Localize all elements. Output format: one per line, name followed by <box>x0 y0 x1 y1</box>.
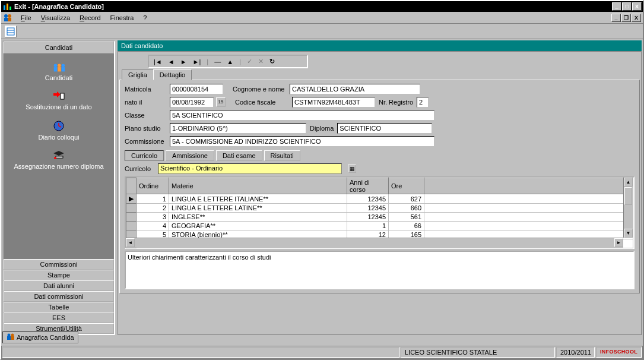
col-ore[interactable]: Ore <box>389 178 424 194</box>
first-record-icon[interactable]: |◄ <box>154 58 162 65</box>
taskbar-icon <box>7 333 15 342</box>
menu-bar: File Visualizza Record Finestra ? _ ❐ X <box>1 12 643 24</box>
svg-rect-0 <box>4 5 5 10</box>
mdi-icon[interactable] <box>3 13 12 23</box>
sidebar-item-label: Assegnazione numero diploma <box>4 163 114 170</box>
vertical-scrollbar[interactable]: ▲ ▼ <box>623 178 633 238</box>
mdi-close-button[interactable]: X <box>632 14 641 22</box>
lookup-icon[interactable]: ▦ <box>348 165 356 173</box>
scroll-down-icon[interactable]: ▼ <box>624 229 633 238</box>
horizontal-scrollbar[interactable]: ◄ ► <box>126 238 623 248</box>
mdi-restore-button[interactable]: ❐ <box>621 14 631 22</box>
col-ordine[interactable]: Ordine <box>137 178 169 194</box>
tab-dettaglio[interactable]: Dettaglio <box>153 70 192 80</box>
diploma-input[interactable] <box>337 123 432 134</box>
maximize-button[interactable]: □ <box>622 2 632 11</box>
nato-label: nato il <box>125 99 166 106</box>
table-row[interactable]: 3INGLESE**12345561 <box>126 213 633 222</box>
replace-icon <box>4 91 114 102</box>
title-bar: Exit - [Anagrafica Candidato] _ □ X <box>1 1 643 12</box>
sidebar-item-diario[interactable]: Diario colloqui <box>4 120 114 141</box>
form-view-icon[interactable] <box>5 26 17 37</box>
scroll-left-icon[interactable]: ◄ <box>126 238 135 247</box>
scroll-right-icon[interactable]: ► <box>614 238 623 247</box>
svg-point-23 <box>11 334 14 337</box>
sidebar-item-assegnazione[interactable]: Assegnazione numero diploma <box>4 150 114 170</box>
piano-input[interactable] <box>170 123 306 134</box>
panel-title: Dati candidato <box>118 40 642 51</box>
svg-rect-24 <box>7 336 11 340</box>
menu-help[interactable]: ? <box>138 13 151 23</box>
curricolo-label: Curricolo <box>125 165 154 172</box>
sidebar-item-label: Candidati <box>4 74 114 81</box>
commissione-label: Commissione <box>125 138 166 145</box>
accept-icon[interactable]: ✓ <box>247 58 252 65</box>
prev-record-icon[interactable]: ◄ <box>168 58 175 65</box>
table-row[interactable]: ▶1LINGUA E LETTERE ITALIANE**12345627 <box>126 194 633 204</box>
subtab-ammissione[interactable]: Ammissione <box>166 150 214 161</box>
sidebar-btn-ees[interactable]: EES <box>4 312 114 323</box>
sidebar-btn-tabelle[interactable]: Tabelle <box>4 302 114 312</box>
svg-rect-15 <box>62 67 65 71</box>
status-year: 2010/2011 <box>556 347 595 358</box>
sidebar-btn-stampe[interactable]: Stampe <box>4 270 114 280</box>
menu-record[interactable]: Record <box>75 13 105 23</box>
tab-griglia[interactable]: Griglia <box>122 70 154 80</box>
classe-input[interactable] <box>170 110 434 121</box>
sidebar-item-sostituzione[interactable]: Sostituzione di un dato <box>4 91 114 110</box>
sidebar-item-label: Diario colloqui <box>4 134 114 141</box>
subtab-risultati[interactable]: Risultati <box>264 150 300 161</box>
sidebar-item-label: Sostituzione di un dato <box>4 103 114 110</box>
cf-input[interactable] <box>292 97 375 108</box>
sidebar-item-candidati[interactable]: Candidati <box>4 63 114 81</box>
cognome-input[interactable] <box>290 84 420 94</box>
svg-point-22 <box>8 334 11 337</box>
sidebar-btn-commissioni[interactable]: Commissioni <box>4 259 114 270</box>
piano-label: Piano studio <box>125 125 166 132</box>
svg-rect-13 <box>58 67 61 71</box>
status-bar: LICEO SCIENTIFICO STATALE 2010/2011 INFO… <box>1 346 643 359</box>
svg-rect-11 <box>54 67 58 71</box>
table-row[interactable]: 2LINGUA E LETTERE LATINE**12345660 <box>126 204 633 213</box>
svg-rect-6 <box>8 18 11 21</box>
nrreg-label: Nr. Registro <box>379 99 413 106</box>
next-record-icon[interactable]: ► <box>180 58 187 65</box>
subtab-dati-esame[interactable]: Dati esame <box>216 150 262 161</box>
refresh-icon[interactable]: ↻ <box>269 58 275 65</box>
menu-visualizza[interactable]: Visualizza <box>36 13 75 23</box>
curricolo-value[interactable]: Scientifico - Ordinario <box>158 163 342 174</box>
cancel-icon[interactable]: ✕ <box>258 58 264 65</box>
col-anni[interactable]: Anni di corso <box>347 178 389 194</box>
last-record-icon[interactable]: ►| <box>193 58 201 65</box>
subtab-curricolo[interactable]: Curricolo <box>125 150 164 161</box>
date-picker-icon[interactable]: 15 <box>216 97 226 107</box>
nato-input[interactable] <box>170 97 214 108</box>
nrreg-input[interactable] <box>417 97 429 108</box>
sidebar-btn-dati-commissioni[interactable]: Dati commissioni <box>4 291 114 302</box>
insert-record-icon[interactable]: ▲ <box>227 58 233 65</box>
notes-box[interactable]: Ulteriori chiarimenti caratterizzanti il… <box>125 251 635 289</box>
sidebar-btn-dati-alunni[interactable]: Dati alunni <box>4 280 114 291</box>
minimize-button[interactable]: _ <box>612 2 621 11</box>
matricola-input[interactable] <box>170 84 223 94</box>
col-materie[interactable]: Materie <box>169 178 347 194</box>
notes-label: Ulteriori chiarimenti caratterizzanti il… <box>128 254 632 261</box>
table-row[interactable]: 4GEOGRAFIA**166 <box>126 222 633 230</box>
matricola-label: Matricola <box>125 86 166 93</box>
close-button[interactable]: X <box>632 2 642 11</box>
delete-record-icon[interactable]: — <box>214 58 221 65</box>
sidebar-header-candidati[interactable]: Candidati <box>4 42 114 53</box>
commissione-input[interactable] <box>170 136 434 147</box>
mdi-minimize-button[interactable]: _ <box>611 14 621 22</box>
status-empty <box>2 347 399 358</box>
scroll-up-icon[interactable]: ▲ <box>624 178 633 187</box>
svg-point-10 <box>54 64 58 68</box>
grid-corner[interactable] <box>126 178 137 194</box>
menu-finestra[interactable]: Finestra <box>106 13 139 23</box>
svg-rect-20 <box>56 156 63 158</box>
scroll-thumb[interactable] <box>624 187 632 205</box>
svg-rect-7 <box>7 28 14 35</box>
svg-point-4 <box>8 14 11 18</box>
menu-file[interactable]: File <box>16 13 36 23</box>
taskbar-item[interactable]: Anagrafica Candida <box>2 331 78 343</box>
